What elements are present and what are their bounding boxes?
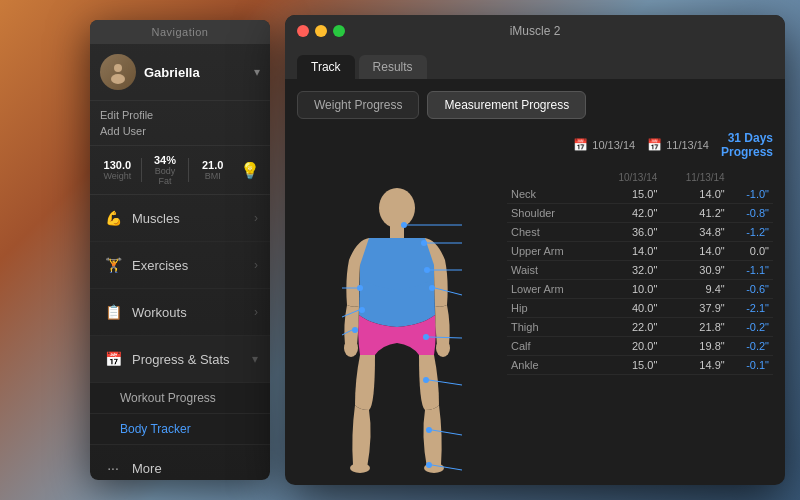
muscles-icon: 💪 bbox=[102, 207, 124, 229]
bodyfat-label: Body Fat bbox=[148, 166, 183, 186]
tab-track[interactable]: Track bbox=[297, 55, 355, 79]
svg-point-5 bbox=[350, 463, 370, 473]
measurement-val1: 36.0" bbox=[594, 222, 661, 241]
stat-divider-1 bbox=[141, 158, 142, 182]
measurement-val2: 30.9" bbox=[661, 260, 728, 279]
minimize-button[interactable] bbox=[315, 25, 327, 37]
svg-point-10 bbox=[401, 222, 407, 228]
measurement-name: Lower Arm bbox=[507, 279, 594, 298]
sidebar-item-body-tracker[interactable]: Body Tracker bbox=[90, 414, 270, 445]
sidebar-item-muscles[interactable]: 💪 Muscles › bbox=[90, 195, 270, 242]
body-tracker-area: 10/13/14 11/13/14 Neck15.0"14.0"-1.0"Sho… bbox=[297, 170, 773, 485]
lightbulb-icon: 💡 bbox=[240, 161, 260, 180]
muscles-arrow-icon: › bbox=[254, 211, 258, 225]
measurement-diff: -0.1" bbox=[729, 355, 773, 374]
maximize-button[interactable] bbox=[333, 25, 345, 37]
measurement-diff: 0.0" bbox=[729, 241, 773, 260]
workouts-arrow-icon: › bbox=[254, 305, 258, 319]
sidebar-item-workouts[interactable]: 📋 Workouts › bbox=[90, 289, 270, 336]
measurement-progress-tab-label: Measurement Progress bbox=[444, 98, 569, 112]
bodyfat-stat: 34% Body Fat bbox=[148, 154, 183, 186]
progress-label: Progress & Stats bbox=[132, 352, 252, 367]
table-row: Waist32.0"30.9"-1.1" bbox=[507, 260, 773, 279]
measurement-val1: 15.0" bbox=[594, 355, 661, 374]
nav-panel: Navigation Gabriella ▾ Edit Profile Add … bbox=[90, 20, 270, 480]
exercises-label: Exercises bbox=[132, 258, 254, 273]
measurement-val2: 19.8" bbox=[661, 336, 728, 355]
workouts-label: Workouts bbox=[132, 305, 254, 320]
svg-point-0 bbox=[114, 64, 122, 72]
window-title: iMuscle 2 bbox=[510, 24, 561, 38]
tab-measurement-progress[interactable]: Measurement Progress bbox=[427, 91, 586, 119]
sidebar-item-more[interactable]: ··· More bbox=[90, 445, 270, 480]
svg-point-22 bbox=[352, 327, 358, 333]
measurement-val1: 10.0" bbox=[594, 279, 661, 298]
sidebar-item-progress-stats[interactable]: 📅 Progress & Stats ▾ bbox=[90, 336, 270, 383]
close-button[interactable] bbox=[297, 25, 309, 37]
measurement-name: Ankle bbox=[507, 355, 594, 374]
sidebar-item-workout-progress[interactable]: Workout Progress bbox=[90, 383, 270, 414]
body-figure bbox=[297, 170, 497, 485]
table-row: Shoulder42.0"41.2"-0.8" bbox=[507, 203, 773, 222]
edit-profile-link[interactable]: Edit Profile bbox=[100, 107, 260, 123]
svg-point-8 bbox=[436, 339, 450, 357]
calendar-end-icon: 📅 bbox=[647, 138, 662, 152]
window-tabs: Track Results bbox=[285, 47, 785, 79]
measurement-diff: -0.2" bbox=[729, 317, 773, 336]
svg-point-7 bbox=[344, 339, 358, 357]
workouts-icon: 📋 bbox=[102, 301, 124, 323]
calendar-start-icon: 📅 bbox=[573, 138, 588, 152]
measurement-name: Thigh bbox=[507, 317, 594, 336]
table-row: Lower Arm10.0"9.4"-0.6" bbox=[507, 279, 773, 298]
weight-stat: 130.0 Weight bbox=[100, 159, 135, 181]
table-row: Calf20.0"19.8"-0.2" bbox=[507, 336, 773, 355]
svg-point-26 bbox=[423, 377, 429, 383]
end-date-badge[interactable]: 📅 11/13/14 bbox=[647, 138, 709, 152]
username-label: Gabriella bbox=[144, 65, 254, 80]
muscles-label: Muscles bbox=[132, 211, 254, 226]
add-user-link[interactable]: Add User bbox=[100, 123, 260, 139]
start-date-badge[interactable]: 📅 10/13/14 bbox=[573, 138, 635, 152]
measurement-val2: 37.9" bbox=[661, 298, 728, 317]
table-row: Ankle15.0"14.9"-0.1" bbox=[507, 355, 773, 374]
svg-point-1 bbox=[111, 74, 125, 84]
nav-header-label: Navigation bbox=[152, 26, 209, 38]
measurement-name: Hip bbox=[507, 298, 594, 317]
svg-point-18 bbox=[429, 285, 435, 291]
measurement-val2: 9.4" bbox=[661, 279, 728, 298]
measurement-name: Upper Arm bbox=[507, 241, 594, 260]
main-window: iMuscle 2 Track Results Weight Progress … bbox=[285, 15, 785, 485]
measurements-table: 10/13/14 11/13/14 Neck15.0"14.0"-1.0"Sho… bbox=[497, 170, 773, 485]
table-row: Hip40.0"37.9"-2.1" bbox=[507, 298, 773, 317]
chevron-down-icon: ▾ bbox=[254, 65, 260, 79]
svg-rect-4 bbox=[390, 226, 404, 238]
nav-header: Navigation bbox=[90, 20, 270, 44]
tab-weight-progress[interactable]: Weight Progress bbox=[297, 91, 419, 119]
bmi-label: BMI bbox=[195, 171, 230, 181]
bodyfat-value: 34% bbox=[148, 154, 183, 166]
svg-point-20 bbox=[359, 307, 365, 313]
days-range-label: 31 Days bbox=[728, 131, 773, 145]
progress-header: 📅 10/13/14 📅 11/13/14 31 Days Progress bbox=[297, 131, 773, 160]
measurement-val1: 40.0" bbox=[594, 298, 661, 317]
nav-user-section[interactable]: Gabriella ▾ bbox=[90, 44, 270, 101]
col-header-date2: 11/13/14 bbox=[661, 170, 728, 185]
measurement-val1: 22.0" bbox=[594, 317, 661, 336]
sidebar-item-exercises[interactable]: 🏋 Exercises › bbox=[90, 242, 270, 289]
col-header-date1: 10/13/14 bbox=[594, 170, 661, 185]
weight-value: 130.0 bbox=[100, 159, 135, 171]
nav-stats: 130.0 Weight 34% Body Fat 21.0 BMI 💡 bbox=[90, 146, 270, 195]
body-tracker-label: Body Tracker bbox=[120, 422, 191, 436]
days-range-sub: Progress bbox=[721, 145, 773, 159]
tab-results[interactable]: Results bbox=[359, 55, 427, 79]
measurement-val1: 15.0" bbox=[594, 185, 661, 204]
more-label: More bbox=[132, 461, 258, 476]
measurement-name: Shoulder bbox=[507, 203, 594, 222]
avatar bbox=[100, 54, 136, 90]
table-row: Thigh22.0"21.8"-0.2" bbox=[507, 317, 773, 336]
nav-section-progress: 📅 Progress & Stats ▾ Workout Progress Bo… bbox=[90, 336, 270, 445]
exercises-arrow-icon: › bbox=[254, 258, 258, 272]
workout-progress-label: Workout Progress bbox=[120, 391, 216, 405]
bmi-value: 21.0 bbox=[195, 159, 230, 171]
svg-point-30 bbox=[426, 462, 432, 468]
